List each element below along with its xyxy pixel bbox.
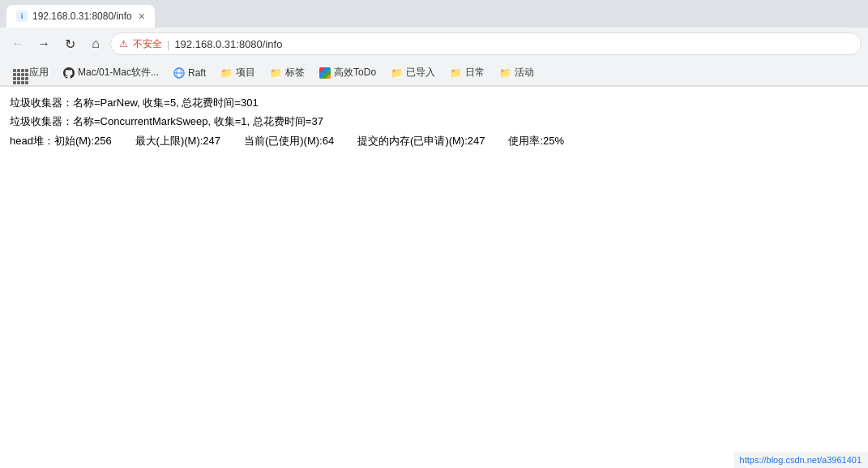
bookmark-apps-label: 应用 — [29, 66, 49, 79]
forward-button[interactable]: → — [32, 32, 55, 55]
bookmark-gaoxiao-todo-label: 高效ToDo — [334, 66, 376, 79]
apps-grid-icon — [13, 63, 26, 82]
security-icon: ⚠ — [119, 38, 128, 49]
bookmark-raft[interactable]: Raft — [167, 65, 212, 81]
todo-icon — [319, 67, 331, 79]
tab-favicon: i — [16, 11, 28, 22]
content-line-3: head堆：初始(M):256 最大(上限)(M):247 当前(已使用)(M)… — [10, 131, 858, 150]
bookmark-yi-dao-ru[interactable]: 📁 已导入 — [384, 63, 442, 82]
tab-close-button[interactable]: × — [139, 10, 145, 23]
url-text: 192.168.0.31:8080/info — [174, 38, 282, 50]
bookmark-yi-dao-ru-label: 已导入 — [406, 66, 435, 79]
folder-ri-chang-icon: 📁 — [450, 67, 462, 79]
page-content: 垃圾收集器：名称=ParNew, 收集=5, 总花费时间=301 垃圾收集器：名… — [0, 87, 868, 468]
active-tab[interactable]: i 192.168.0.31:8080/info × — [6, 5, 155, 28]
folder-yi-dao-ru-icon: 📁 — [391, 67, 403, 79]
security-label: 不安全 — [133, 37, 162, 51]
tab-title: 192.168.0.31:8080/info — [32, 11, 132, 22]
address-bar[interactable]: ⚠ 不安全 | 192.168.0.31:8080/info — [110, 32, 862, 55]
bookmark-biao-qian[interactable]: 📁 标签 — [263, 63, 311, 82]
bookmark-github[interactable]: Mac/01-Mac软件... — [57, 63, 165, 82]
content-line-1: 垃圾收集器：名称=ParNew, 收集=5, 总花费时间=301 — [10, 93, 858, 112]
folder-biao-qian-icon: 📁 — [270, 67, 282, 79]
folder-huo-dong-icon: 📁 — [499, 67, 511, 79]
tab-bar: i 192.168.0.31:8080/info × — [0, 0, 868, 28]
home-button[interactable]: ⌂ — [84, 32, 107, 55]
bookmark-gaoxiao-todo[interactable]: 高效ToDo — [313, 63, 383, 82]
bookmark-ri-chang[interactable]: 📁 日常 — [443, 63, 491, 82]
bottom-link-text: https://blog.csdn.net/a3961401 — [740, 455, 862, 465]
content-line-2: 垃圾收集器：名称=ConcurrentMarkSweep, 收集=1, 总花费时… — [10, 112, 858, 131]
raft-globe-icon — [173, 67, 185, 79]
navigation-bar: ← → ↻ ⌂ ⚠ 不安全 | 192.168.0.31:8080/info — [0, 28, 868, 60]
bookmark-raft-label: Raft — [188, 67, 206, 79]
bookmark-biao-qian-label: 标签 — [285, 66, 305, 79]
bookmark-ri-chang-label: 日常 — [465, 66, 485, 79]
separator: | — [167, 38, 169, 50]
bookmark-xiang-mu-label: 项目 — [236, 66, 255, 79]
bookmark-xiang-mu[interactable]: 📁 项目 — [214, 63, 262, 82]
folder-xiang-mu-icon: 📁 — [220, 67, 233, 79]
back-button[interactable]: ← — [6, 32, 29, 55]
bookmark-apps[interactable]: 应用 — [6, 61, 55, 84]
github-icon — [63, 67, 75, 79]
reload-button[interactable]: ↻ — [58, 32, 81, 55]
bookmark-huo-dong[interactable]: 📁 活动 — [493, 63, 541, 82]
bookmark-huo-dong-label: 活动 — [515, 66, 534, 79]
bottom-link-bar: https://blog.csdn.net/a3961401 — [733, 452, 868, 468]
bookmarks-bar: 应用 Mac/01-Mac软件... Raft 📁 项目 📁 标签 — [0, 60, 868, 86]
bookmark-github-label: Mac/01-Mac软件... — [78, 66, 159, 79]
